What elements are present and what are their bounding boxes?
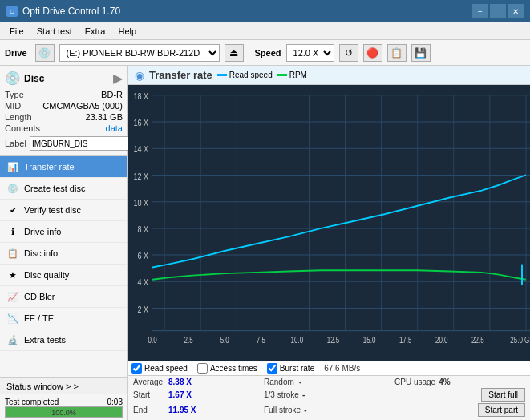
access-times-checkbox-label: Access times bbox=[210, 364, 257, 373]
title-bar: O Opti Drive Control 1.70 − □ ✕ bbox=[0, 0, 530, 22]
start-full-button[interactable]: Start full bbox=[481, 388, 525, 402]
disc-quality-icon: ★ bbox=[6, 269, 19, 281]
nav-item-label: Transfer rate bbox=[24, 162, 75, 172]
maximize-button[interactable]: □ bbox=[490, 4, 506, 18]
toolbar-btn-2[interactable]: 📋 bbox=[387, 44, 407, 62]
disc-panel-icon: 💿 bbox=[5, 71, 21, 86]
svg-text:10.0: 10.0 bbox=[291, 336, 304, 345]
svg-text:17.5: 17.5 bbox=[399, 336, 412, 345]
progress-percent: 100.0% bbox=[51, 407, 76, 418]
nav-item-disc-quality[interactable]: ★ Disc quality bbox=[0, 265, 127, 286]
svg-text:4 X: 4 X bbox=[138, 277, 149, 287]
disc-mid-value: CMCMAGBA5 (000) bbox=[42, 101, 123, 111]
average-label: Average bbox=[133, 378, 165, 386]
drive-label: Drive bbox=[5, 48, 27, 58]
svg-text:5.0: 5.0 bbox=[220, 336, 229, 345]
close-button[interactable]: ✕ bbox=[508, 4, 524, 18]
menu-start-test[interactable]: Start test bbox=[30, 22, 79, 39]
svg-text:20.0: 20.0 bbox=[435, 336, 448, 345]
svg-text:10 X: 10 X bbox=[134, 198, 149, 208]
drive-info-icon: ℹ bbox=[6, 225, 19, 238]
nav-item-label: CD Bler bbox=[24, 292, 55, 301]
legend-rpm-label: RPM bbox=[289, 71, 307, 79]
svg-text:22.5: 22.5 bbox=[471, 336, 484, 345]
disc-type-label: Type bbox=[5, 90, 24, 99]
end-label: End bbox=[133, 406, 165, 414]
chart-svg: 18 X 16 X 14 X 12 X 10 X 8 X 6 X 4 X 2 X… bbox=[128, 85, 530, 361]
progress-time: 0:03 bbox=[107, 398, 123, 406]
legend-read-speed-color bbox=[217, 74, 227, 76]
menu-file[interactable]: File bbox=[3, 22, 30, 39]
svg-text:7.5: 7.5 bbox=[257, 336, 265, 345]
nav-item-label: Create test disc bbox=[24, 184, 85, 193]
cpu-usage-label: CPU usage bbox=[394, 378, 435, 386]
eject-btn[interactable]: ⏏ bbox=[225, 44, 244, 62]
full-stroke-stat: Full stroke - bbox=[264, 403, 394, 417]
nav-item-transfer-rate[interactable]: 📊 Transfer rate bbox=[0, 156, 127, 178]
chart-area: 18 X 16 X 14 X 12 X 10 X 8 X 6 X 4 X 2 X… bbox=[128, 85, 530, 361]
average-stat: Average 8.38 X bbox=[133, 378, 264, 386]
legend-rpm: RPM bbox=[277, 71, 307, 79]
disc-label-input[interactable] bbox=[30, 136, 136, 151]
svg-text:14 X: 14 X bbox=[134, 144, 149, 154]
nav-item-drive-info[interactable]: ℹ Drive info bbox=[0, 221, 127, 243]
minimize-button[interactable]: − bbox=[472, 4, 488, 18]
arrow-right-icon: ▶ bbox=[113, 71, 123, 86]
stats-row-2: Start 1.67 X 1/3 stroke - Start full bbox=[133, 388, 525, 402]
read-speed-checkbox[interactable] bbox=[131, 363, 142, 374]
disc-type-row: Type BD-R bbox=[5, 89, 123, 100]
nav-item-label: Verify test disc bbox=[24, 205, 81, 215]
disc-panel-title: Disc bbox=[24, 73, 44, 84]
start-label: Start bbox=[133, 390, 165, 399]
app-icon: O bbox=[6, 6, 18, 17]
start-part-button[interactable]: Start part bbox=[478, 403, 525, 417]
burst-rate-value: 67.6 MB/s bbox=[324, 364, 360, 373]
end-value: 11.95 X bbox=[168, 406, 196, 414]
cpu-usage-value: 4% bbox=[439, 378, 450, 386]
random-label: Random bbox=[264, 378, 296, 386]
toolbar-btn-1[interactable]: 🔴 bbox=[363, 44, 382, 62]
speed-select[interactable]: 12.0 X bbox=[286, 44, 334, 62]
disc-mid-row: MID CMCMAGBA5 (000) bbox=[5, 100, 123, 111]
nav-item-cd-bler[interactable]: 📈 CD Bler bbox=[0, 286, 127, 308]
progress-info: Test completed 0:03 bbox=[5, 398, 123, 406]
toolbar-btn-3[interactable]: 💾 bbox=[411, 44, 431, 62]
refresh-speed-btn[interactable]: ↺ bbox=[339, 44, 358, 62]
extra-tests-icon: 🔬 bbox=[6, 333, 19, 346]
drive-select[interactable]: (E:) PIONEER BD-RW BDR-212D 1.00 bbox=[59, 44, 220, 62]
svg-text:2 X: 2 X bbox=[138, 305, 149, 314]
svg-text:6 X: 6 X bbox=[138, 251, 149, 260]
nav-item-fe-te[interactable]: 📉 FE / TE bbox=[0, 308, 127, 329]
burst-rate-checkbox-label: Burst rate bbox=[280, 364, 314, 373]
create-test-disc-icon: 💿 bbox=[6, 182, 19, 195]
stats-row-3: End 11.95 X Full stroke - Start part bbox=[133, 403, 525, 417]
nav-item-disc-info[interactable]: 📋 Disc info bbox=[0, 243, 127, 265]
status-window-label: Status window > > bbox=[6, 382, 79, 391]
legend-read-speed-label: Read speed bbox=[229, 71, 273, 79]
menu-extra[interactable]: Extra bbox=[79, 22, 112, 39]
disc-mid-label: MID bbox=[5, 101, 21, 111]
menu-help[interactable]: Help bbox=[111, 22, 143, 39]
access-times-checkbox[interactable] bbox=[197, 363, 208, 374]
main-content: 💿 Disc ▶ Type BD-R MID CMCMAGBA5 (000) L… bbox=[0, 66, 530, 420]
svg-text:2.5: 2.5 bbox=[184, 336, 193, 345]
svg-text:16 X: 16 X bbox=[134, 118, 149, 127]
burst-rate-checkbox[interactable] bbox=[267, 363, 277, 374]
nav-item-extra-tests[interactable]: 🔬 Extra tests bbox=[0, 329, 127, 351]
svg-text:12.5: 12.5 bbox=[327, 336, 340, 345]
disc-contents-label: Contents bbox=[5, 123, 40, 133]
nav-item-create-test-disc[interactable]: 💿 Create test disc bbox=[0, 178, 127, 200]
progress-bar-container: 100.0% bbox=[5, 406, 123, 418]
disc-contents-value: data bbox=[106, 123, 123, 133]
stroke-1-3-value: - bbox=[302, 390, 305, 399]
svg-text:0.0: 0.0 bbox=[148, 336, 156, 345]
disc-panel: 💿 Disc ▶ Type BD-R MID CMCMAGBA5 (000) L… bbox=[0, 66, 127, 156]
disc-label-label: Label bbox=[5, 139, 26, 148]
random-stat: Random - bbox=[264, 378, 394, 386]
progress-section: Test completed 0:03 100.0% bbox=[0, 394, 127, 420]
average-value: 8.38 X bbox=[168, 378, 192, 386]
status-window-btn[interactable]: Status window > > bbox=[0, 378, 127, 394]
drive-icon-btn[interactable]: 💿 bbox=[35, 44, 55, 62]
start-stat: Start 1.67 X bbox=[133, 388, 264, 402]
nav-item-verify-test-disc[interactable]: ✔ Verify test disc bbox=[0, 200, 127, 221]
